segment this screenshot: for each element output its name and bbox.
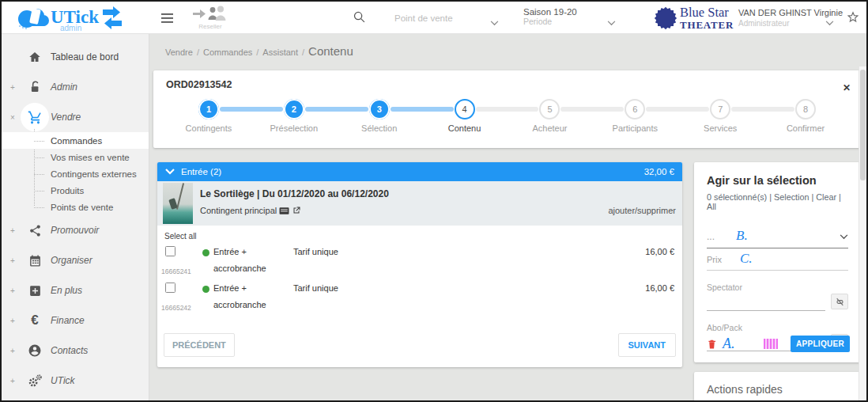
reseller-icon [193, 5, 228, 22]
wizard-step-contingents[interactable]: 1 Contingents [166, 99, 251, 133]
utick-logo[interactable]: UTick admin [11, 3, 138, 36]
sidebar-item-vendre[interactable]: × Vendre [2, 102, 149, 132]
ticket-id: 16665241 [161, 267, 191, 275]
wizard-step-participants[interactable]: 6 Participants [592, 99, 677, 133]
chevron-down-icon [165, 169, 175, 175]
scrollbar-thumb[interactable] [860, 70, 866, 180]
point-of-sale-select[interactable]: Point de vente [394, 9, 499, 28]
expand-plus-icon[interactable]: + [8, 317, 17, 325]
sidebar-item-vos-mises-en-vente[interactable]: Vos mises en vente [2, 149, 149, 165]
expand-plus-icon[interactable]: + [8, 347, 17, 355]
sidebar-item-organiser[interactable]: + Organiser [2, 245, 149, 275]
wizard-step-contenu[interactable]: 4 Contenu [422, 99, 508, 133]
chevron-down-icon [840, 229, 848, 243]
breadcrumb: Vendre / Commandes / Assistant / Contenu [165, 44, 353, 58]
close-icon[interactable]: ✕ [843, 82, 851, 93]
price-field[interactable]: Prix C. [707, 248, 848, 271]
sidebar-item-en-plus[interactable]: + En plus [2, 275, 149, 305]
list-card-icon[interactable] [279, 207, 289, 215]
favorite-star-button[interactable] [846, 10, 860, 28]
plus-box-icon [23, 284, 47, 298]
annotation-c: C. [740, 251, 753, 267]
ticket-checkbox[interactable] [165, 246, 175, 256]
order-id: ORD02913542 [166, 79, 232, 90]
abo-pack-label: Abo/Pack [707, 323, 848, 332]
event-contingent: Contingent principal [200, 206, 301, 215]
annotation-a: A. [723, 336, 735, 352]
ticket-group-header[interactable]: Entrée (2) 32,00 € [157, 162, 682, 181]
season-label: Periode [523, 17, 577, 26]
breadcrumb-current: Contenu [308, 44, 353, 58]
next-button[interactable]: SUIVANT [618, 333, 676, 357]
selection-actions: A. APPLIQUER [707, 336, 850, 352]
wizard-step-selection[interactable]: 3 Sélection [337, 99, 422, 133]
reseller-button[interactable]: Reseller [191, 5, 229, 30]
cart-icon-bubble [21, 103, 49, 131]
share-icon [23, 224, 47, 237]
organization-name-line2: THEATER [680, 20, 734, 30]
unlink-button[interactable] [831, 294, 848, 309]
unlink-icon [835, 297, 845, 307]
svg-text:admin: admin [60, 24, 81, 32]
season-select[interactable]: Saison 19-20 Periode [523, 7, 577, 26]
wizard-step-services[interactable]: 7 Services [677, 99, 763, 133]
price-label: Prix [707, 255, 722, 264]
select-all-link[interactable]: Select all [164, 232, 197, 241]
annotation-b: B. [736, 228, 748, 244]
person-icon [23, 343, 47, 358]
external-link-icon[interactable] [292, 206, 301, 215]
chevron-down-icon [490, 15, 499, 29]
menu-toggle-button[interactable] [161, 12, 173, 26]
wizard-step-confirmer[interactable]: 8 Confirmer [763, 99, 848, 133]
sidebar-item-utick[interactable]: + UTick [2, 366, 149, 396]
sidebar-item-points-de-vente[interactable]: Points de vente [2, 199, 149, 215]
sidebar-item-contacts[interactable]: + Contacts [2, 336, 149, 366]
vertical-scrollbar[interactable] [859, 66, 866, 400]
euro-icon: € [23, 313, 47, 328]
ticket-row: 16665242 Entrée + accrobranche Tarif uni… [157, 278, 682, 314]
expand-plus-icon[interactable]: + [8, 83, 17, 92]
sidebar-item-produits[interactable]: Produits [2, 182, 149, 199]
expand-plus-icon[interactable]: + [8, 377, 17, 385]
reseller-label: Reseller [191, 23, 229, 30]
top-header: UTick admin Reseller [2, 2, 866, 34]
expand-plus-icon[interactable]: + [8, 256, 17, 265]
breadcrumb-commandes[interactable]: Commandes [203, 47, 252, 57]
breadcrumb-assistant[interactable]: Assistant [262, 47, 298, 57]
previous-button[interactable]: PRÉCÉDENT [164, 333, 235, 357]
utick-logo-icon: UTick admin [11, 3, 138, 32]
quick-actions-panel: Actions rapides Appliquer les prix catal… [694, 372, 861, 402]
event-title: Le Sortilège | Du 01/12/2020 au 06/12/20… [200, 188, 389, 199]
tickets-panel: Entrée (2) 32,00 € Le Sortilège | Du 01/… [157, 162, 682, 367]
sidebar-nav: Tableau de bord + Admin × Vendre Command… [2, 34, 149, 400]
sidebar-item-commandes[interactable]: Commandes [2, 132, 149, 149]
quick-actions-title: Actions rapides [707, 383, 848, 396]
add-remove-link[interactable]: ajouter/supprimer [608, 206, 676, 215]
delete-button[interactable] [707, 338, 717, 350]
spectator-field-group: Spectator [707, 283, 848, 311]
wizard-step-acheteur[interactable]: 5 Acheteur [508, 99, 593, 133]
sidebar-item-finance[interactable]: + € Finance [2, 305, 149, 336]
action-select[interactable]: ... B. [707, 228, 848, 248]
event-row: Le Sortilège | Du 01/12/2020 au 06/12/20… [157, 181, 682, 226]
spectator-input[interactable] [707, 298, 825, 311]
calendar-icon [23, 254, 47, 267]
event-thumbnail [163, 183, 193, 224]
search-button[interactable] [353, 10, 366, 27]
barcode-icon[interactable] [764, 339, 778, 349]
breadcrumb-vendre[interactable]: Vendre [165, 47, 193, 57]
wizard-step-preselection[interactable]: 2 Préselection [251, 99, 337, 133]
expand-plus-icon[interactable]: + [8, 226, 17, 235]
sidebar-item-contingents-externes[interactable]: Contingents externes [2, 165, 149, 182]
gears-icon [23, 374, 47, 389]
sidebar-item-admin[interactable]: + Admin [2, 72, 149, 102]
selection-status[interactable]: 0 sélectionné(s) | Selection | Clear | A… [707, 192, 848, 211]
apply-button[interactable]: APPLIQUER [791, 336, 850, 352]
sidebar-item-promouvoir[interactable]: + Promouvoir [2, 215, 149, 245]
sidebar-item-tableau-de-bord[interactable]: Tableau de bord [2, 42, 149, 72]
ticket-name: Entrée + accrobranche [213, 244, 289, 277]
vendre-submenu: Commandes Vos mises en vente Contingents… [2, 132, 149, 215]
ticket-checkbox[interactable] [165, 283, 175, 293]
expand-plus-icon[interactable]: + [8, 286, 17, 295]
collapse-icon[interactable]: × [8, 113, 17, 122]
